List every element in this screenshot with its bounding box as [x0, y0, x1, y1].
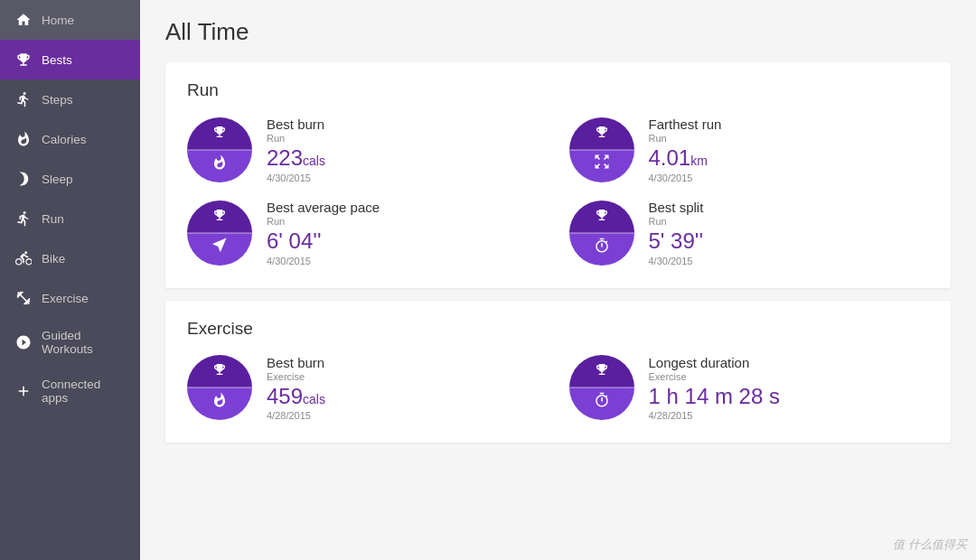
bike-icon — [14, 249, 33, 267]
sidebar-item-sleep[interactable]: Sleep — [0, 159, 140, 199]
metric-category: Run — [267, 216, 380, 227]
metric-category: Run — [267, 133, 325, 144]
metric-best-burn-run: Best burn Run 223cals 4/30/2015 — [187, 117, 548, 183]
run-metrics-grid: Best burn Run 223cals 4/30/2015 — [187, 117, 929, 266]
metric-value: 6' 04'' — [267, 229, 380, 255]
metric-name: Best split — [649, 200, 704, 215]
exercise-icon — [14, 289, 33, 307]
plus-icon — [14, 382, 33, 400]
trophy-top-icon — [212, 125, 227, 142]
trophy-top-icon — [595, 208, 609, 225]
sidebar-item-exercise[interactable]: Exercise — [0, 278, 140, 318]
metric-circle-best-avg-pace — [187, 201, 252, 266]
metric-value: 1 h 14 m 28 s — [649, 384, 780, 410]
sidebar-item-label: Steps — [42, 93, 73, 107]
metric-date: 4/30/2015 — [267, 173, 325, 183]
sidebar: Home Bests Steps Calories Sleep Run — [0, 0, 140, 560]
metric-info-best-split: Best split Run 5' 39'' 4/30/2015 — [649, 200, 704, 266]
metric-name: Best average pace — [267, 200, 380, 215]
sidebar-item-home[interactable]: Home — [0, 0, 140, 40]
metric-circle-farthest-run — [569, 117, 634, 182]
exercise-metrics-grid: Best burn Exercise 459cals 4/28/2015 — [187, 355, 929, 422]
metric-name: Best burn — [267, 355, 325, 370]
metric-value: 223cals — [267, 145, 325, 172]
sidebar-item-label: Sleep — [42, 173, 73, 186]
sidebar-item-steps[interactable]: Steps — [0, 79, 140, 119]
metric-best-split: Best split Run 5' 39'' 4/30/2015 — [569, 200, 930, 266]
metric-longest-duration: Longest duration Exercise 1 h 14 m 28 s … — [569, 355, 930, 422]
expand-icon — [593, 153, 611, 174]
exercise-card-title: Exercise — [187, 319, 929, 339]
sidebar-item-bests[interactable]: Bests — [0, 40, 140, 79]
sidebar-item-label: Connected apps — [42, 378, 126, 405]
metric-info-best-burn-exercise: Best burn Exercise 459cals 4/28/2015 — [267, 355, 325, 422]
trophy-top-icon — [212, 208, 227, 225]
stopwatch-icon — [594, 392, 610, 412]
trophy-top-icon — [595, 362, 609, 379]
run-icon — [14, 210, 33, 228]
metric-info-best-burn-run: Best burn Run 223cals 4/30/2015 — [267, 117, 325, 183]
sidebar-item-run[interactable]: Run — [0, 199, 140, 238]
sidebar-item-label: Bests — [42, 53, 72, 67]
run-card: Run Best burn Run 223cals — [165, 62, 951, 288]
metric-category: Run — [649, 216, 704, 227]
metric-date: 4/28/2015 — [649, 410, 780, 421]
calories-icon — [14, 130, 33, 148]
metric-date: 4/30/2015 — [649, 173, 722, 183]
home-icon — [14, 11, 33, 29]
exercise-card: Exercise Best burn Exercise 459cals — [165, 301, 951, 443]
metric-date: 4/28/2015 — [267, 410, 325, 421]
metric-info-best-avg-pace: Best average pace Run 6' 04'' 4/30/2015 — [267, 200, 380, 266]
stopwatch-icon — [594, 238, 610, 257]
sidebar-item-connected-apps[interactable]: Connected apps — [0, 367, 140, 415]
sidebar-item-label: Guided Workouts — [42, 329, 126, 356]
metric-name: Farthest run — [649, 117, 722, 132]
guided-workouts-icon — [14, 333, 33, 351]
sidebar-item-guided-workouts[interactable]: Guided Workouts — [0, 318, 140, 367]
metric-info-farthest-run: Farthest run Run 4.01km 4/30/2015 — [649, 117, 722, 183]
metric-category: Run — [649, 133, 722, 144]
metric-circle-best-split — [569, 201, 634, 266]
metric-date: 4/30/2015 — [267, 256, 380, 266]
metric-category: Exercise — [649, 371, 780, 382]
metric-value: 4.01km — [649, 145, 722, 172]
metric-date: 4/30/2015 — [649, 256, 704, 266]
sidebar-item-bike[interactable]: Bike — [0, 238, 140, 278]
metric-value: 5' 39'' — [649, 229, 704, 255]
trophy-top-icon — [595, 125, 609, 142]
steps-icon — [14, 90, 33, 108]
metric-name: Best burn — [267, 117, 325, 132]
flame-icon — [211, 154, 228, 174]
sidebar-item-label: Exercise — [42, 292, 89, 305]
metric-circle-best-burn-exercise — [187, 355, 252, 420]
sidebar-item-calories[interactable]: Calories — [0, 119, 140, 159]
metric-category: Exercise — [267, 371, 325, 382]
flame-icon — [211, 392, 228, 412]
metric-info-longest-duration: Longest duration Exercise 1 h 14 m 28 s … — [649, 355, 780, 422]
sidebar-item-label: Calories — [42, 133, 87, 146]
watermark: 值 什么值得买 — [893, 537, 967, 553]
metric-farthest-run: Farthest run Run 4.01km 4/30/2015 — [569, 117, 930, 183]
main-content: All Time Run Best burn Run 22 — [140, 0, 976, 560]
trophy-top-icon — [212, 362, 227, 379]
sidebar-item-label: Home — [42, 14, 74, 27]
sidebar-item-label: Run — [42, 212, 64, 226]
sleep-icon — [14, 170, 33, 188]
sidebar-item-label: Bike — [42, 252, 65, 266]
metric-best-avg-pace: Best average pace Run 6' 04'' 4/30/2015 — [187, 200, 548, 266]
metric-circle-best-burn-run — [187, 117, 252, 182]
trophy-icon — [14, 51, 33, 69]
metric-name: Longest duration — [649, 355, 780, 370]
metric-best-burn-exercise: Best burn Exercise 459cals 4/28/2015 — [187, 355, 548, 422]
page-title: All Time — [165, 18, 951, 46]
run-card-title: Run — [187, 80, 929, 100]
cheetah-icon — [211, 236, 229, 257]
metric-circle-longest-duration — [569, 355, 634, 420]
metric-value: 459cals — [267, 384, 325, 410]
